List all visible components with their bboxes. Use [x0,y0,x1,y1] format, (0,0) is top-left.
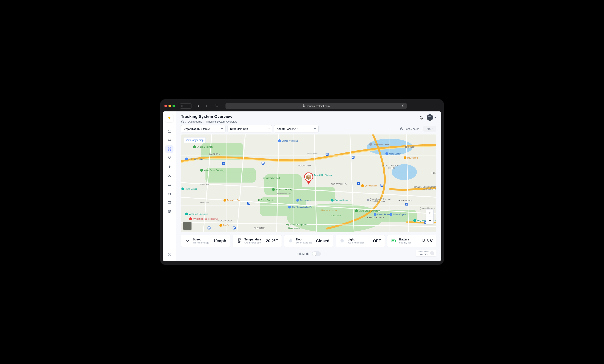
svg-rect-70 [392,240,394,242]
privacy-shield-icon[interactable] [215,104,219,108]
organization-select-label: Organization: [184,127,201,130]
stat-cards: Speed two minutes ago 10mph Temperature … [181,235,436,247]
svg-rect-7 [168,149,169,150]
sidebar-item-devices[interactable] [165,136,174,144]
map-panel[interactable]: M M M M M M M M M M M [181,134,436,232]
svg-rect-8 [170,149,171,150]
svg-text:M: M [223,163,225,165]
timezone-value: UTC [426,127,431,130]
stat-temp-ago: two minutes ago [244,242,263,244]
powered-by-brand: valeiot [420,253,428,256]
sidebar-item-events[interactable] [165,163,174,170]
site-select[interactable]: Site: Main Unit [227,125,272,133]
gauge-icon [185,238,190,243]
stat-door: Door two minutes ago Closed [284,235,333,247]
svg-point-65 [240,239,241,239]
svg-point-67 [340,239,344,243]
site-select-label: Site: [230,127,236,130]
nav-arrows [196,104,209,108]
svg-point-63 [239,242,240,243]
sidebar-item-web[interactable] [165,208,174,215]
chevron-down-icon [221,127,223,130]
stat-temp-value: 20.2°F [266,239,278,243]
stat-battery-ago: one day ago [399,242,418,244]
zoom-in-button[interactable]: + [426,209,433,217]
forward-button[interactable] [204,104,209,108]
svg-rect-3 [303,106,305,107]
stat-door-ago: two minutes ago [296,242,313,244]
chevron-down-icon [432,128,434,130]
svg-point-66 [289,239,292,243]
sidebar-item-dashboards[interactable] [165,146,174,153]
circle-icon [340,239,345,243]
back-button[interactable] [196,104,201,108]
view-larger-map-button[interactable]: View larger map [184,137,206,143]
stat-light-label: Light [348,238,370,241]
svg-text:M: M [262,162,264,164]
breadcrumb-home-icon[interactable] [181,120,184,123]
asset-select[interactable]: Asset: Packet #01 [274,125,319,133]
window-maximize-button[interactable] [173,105,175,107]
stat-temperature: Temperature two minutes ago 20.2°F [233,235,282,247]
asset-select-label: Asset: [277,127,285,130]
asset-pin[interactable] [304,172,314,185]
timezone-select[interactable]: UTC [423,126,436,132]
organization-select[interactable]: Organization: Store A [181,125,226,133]
svg-point-17 [170,202,170,203]
svg-text:M: M [406,203,408,206]
stat-light-value: OFF [373,239,381,243]
svg-text:M: M [381,184,383,186]
svg-text:M: M [248,202,250,205]
content: Organization: Store A Site: Main Unit [176,125,441,261]
svg-point-29 [287,204,383,232]
app-root: Tracking System Overview / Dashboards / … [163,111,441,261]
clock-icon [400,127,403,130]
window-close-button[interactable] [164,105,167,107]
chevron-down-icon [434,116,436,119]
chevron-down-icon [314,127,316,130]
map-layer-thumb[interactable] [183,222,191,230]
time-range-label: Last 5 hours [405,127,419,130]
refresh-icon[interactable] [402,104,405,108]
thermometer-icon [236,238,242,243]
user-menu[interactable]: TC [427,114,436,121]
svg-point-13 [168,183,169,184]
svg-text:M: M [352,156,354,158]
breadcrumb-dashboards[interactable]: Dashboards [188,120,202,123]
app-logo[interactable] [165,114,174,122]
sidebar-toggle-button[interactable] [180,104,186,108]
svg-point-10 [170,157,171,157]
svg-point-11 [169,158,170,159]
zoom-out-button[interactable]: − [426,217,433,224]
page-header: Tracking System Overview / Dashboards / … [176,111,441,125]
notifications-button[interactable] [419,115,424,120]
sidebar-item-billing[interactable] [165,199,174,206]
powered-by-badge[interactable]: Powered by valeiot [415,250,436,257]
address-bar[interactable]: console.valeiot.com [226,103,407,109]
asset-select-value: Packet #01 [286,127,299,130]
main-column: Tracking System Overview / Dashboards / … [176,111,441,261]
sidebar-item-home[interactable] [165,128,174,135]
sidebar-item-users[interactable] [165,181,174,188]
breadcrumb-sep: / [185,120,186,123]
brand-mark-icon [430,251,434,255]
stat-light-ago: two minutes ago [348,242,370,244]
time-range-picker[interactable]: Last 5 hours [398,126,421,132]
sidebar-item-flows[interactable] [165,154,174,162]
edit-mode-toggle[interactable] [312,251,321,256]
svg-rect-69 [395,240,396,242]
sidebar-tabs-group [180,103,191,109]
circle-icon [288,239,293,243]
sidebar-item-security[interactable] [165,190,174,197]
svg-point-9 [168,157,169,157]
sidebar-item-info[interactable] [165,251,174,258]
svg-rect-0 [181,105,184,107]
stat-light: Light two minutes ago OFF [336,235,385,247]
tab-overview-button[interactable] [186,104,191,108]
sidebar-item-code[interactable] [165,172,174,179]
window-minimize-button[interactable] [168,105,171,107]
avatar: TC [427,114,433,121]
stat-door-label: Door [296,238,313,241]
page-title: Tracking System Overview [181,114,237,119]
lock-icon [302,104,305,108]
